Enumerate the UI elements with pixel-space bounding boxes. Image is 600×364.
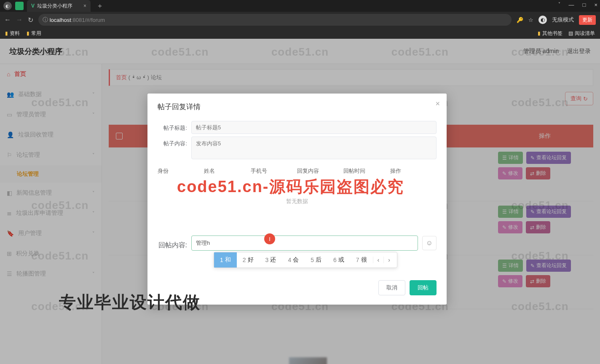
reply-input[interactable] bbox=[196, 240, 413, 246]
submit-button[interactable]: 回帖 bbox=[410, 280, 437, 295]
col-name: 姓名 bbox=[204, 167, 250, 175]
cancel-button[interactable]: 取消 bbox=[378, 280, 405, 295]
minimize-button[interactable]: — bbox=[569, 2, 574, 8]
ime-candidate[interactable]: 1和 bbox=[214, 252, 237, 268]
col-phone: 手机号 bbox=[251, 167, 297, 175]
ime-candidate[interactable]: 2好 bbox=[237, 252, 260, 268]
bookmark-folder-2[interactable]: ▮常用 bbox=[27, 30, 41, 37]
post-content-label: 帖子内容: bbox=[158, 136, 187, 147]
bookmark-star-icon[interactable]: ☆ bbox=[528, 17, 533, 23]
window-controls: ˅ — □ × bbox=[558, 2, 597, 8]
tabs-dropdown-icon[interactable]: ˅ bbox=[558, 2, 560, 8]
ime-candidate[interactable]: 3还 bbox=[260, 252, 282, 268]
app-tab-icon bbox=[15, 2, 24, 10]
col-time: 回帖时间 bbox=[343, 167, 390, 175]
app-page: 垃圾分类小程序 管理员 admin 退出登录 ⌂首页 👥基础数据˅ ▭管理员管理… bbox=[0, 39, 600, 364]
reply-detail-modal: 帖子回复详情 × 帖子标题: 帖子内容: 身份 姓名 手机号 回复内容 回帖时间… bbox=[147, 94, 447, 305]
toolbar-right: 🔑 ☆ ◐ 无痕模式 更新 bbox=[517, 15, 596, 25]
bookmark-folder-1[interactable]: ▮资料 bbox=[5, 30, 20, 37]
url-path: /#/forum bbox=[85, 17, 105, 23]
vue-favicon-icon: V bbox=[31, 3, 35, 9]
ime-candidate[interactable]: 4会 bbox=[282, 252, 305, 268]
tab-bar: ◐ V 垃圾分类小程序 × ＋ ˅ — □ × bbox=[0, 0, 600, 12]
folder-icon: ▮ bbox=[538, 30, 541, 36]
reply-table-header: 身份 姓名 手机号 回复内容 回帖时间 操作 bbox=[158, 165, 437, 177]
browser-logo-icon: ◐ bbox=[3, 2, 12, 10]
post-title-label: 帖子标题: bbox=[158, 121, 187, 132]
ime-candidate[interactable]: 7很 bbox=[350, 252, 373, 268]
reading-list[interactable]: ▤阅读清单 bbox=[568, 30, 595, 37]
ime-cursor-icon: I bbox=[264, 233, 275, 244]
close-window-button[interactable]: × bbox=[594, 2, 597, 8]
site-info-icon[interactable]: ⓘ bbox=[43, 16, 48, 24]
url-port: :8081 bbox=[71, 17, 85, 23]
reply-content-label: 回帖内容: bbox=[158, 237, 187, 250]
emoji-button[interactable]: ☺ bbox=[422, 236, 437, 250]
col-identity: 身份 bbox=[158, 167, 204, 175]
url-host: localhost bbox=[50, 17, 71, 23]
maximize-button[interactable]: □ bbox=[583, 2, 586, 8]
forward-button[interactable]: → bbox=[16, 16, 23, 24]
post-title-input[interactable] bbox=[191, 121, 437, 134]
incognito-label: 无痕模式 bbox=[552, 16, 574, 24]
empty-placeholder: 暂无数据 bbox=[158, 177, 437, 225]
ime-next-button[interactable]: › bbox=[383, 257, 394, 263]
modal-title: 帖子回复详情 bbox=[158, 102, 437, 112]
reload-button[interactable]: ↻ bbox=[28, 16, 33, 24]
ime-candidate[interactable]: 5后 bbox=[305, 252, 327, 268]
readinglist-icon: ▤ bbox=[568, 30, 573, 36]
col-reply: 回复内容 bbox=[297, 167, 343, 175]
new-tab-button[interactable]: ＋ bbox=[96, 2, 103, 11]
modal-close-button[interactable]: × bbox=[435, 99, 440, 108]
modal-footer: 取消 回帖 bbox=[158, 280, 437, 295]
incognito-icon: ◐ bbox=[538, 16, 547, 24]
back-button[interactable]: ← bbox=[4, 16, 11, 24]
ime-prev-button[interactable]: ‹ bbox=[373, 257, 384, 263]
col-ops: 操作 bbox=[390, 167, 437, 175]
post-content-input[interactable] bbox=[191, 136, 437, 159]
url-input[interactable]: ⓘ localhost :8081 /#/forum bbox=[38, 14, 512, 26]
ime-candidate[interactable]: 6或 bbox=[327, 252, 350, 268]
tab-title: 垃圾分类小程序 bbox=[37, 3, 72, 10]
folder-icon: ▮ bbox=[27, 30, 29, 36]
reply-input-wrapper: I 1和 2好 3还 4会 5后 6或 7很 ‹ › bbox=[191, 236, 418, 251]
key-icon[interactable]: 🔑 bbox=[517, 17, 523, 23]
close-tab-icon[interactable]: × bbox=[83, 3, 86, 9]
address-bar: ← → ↻ ⓘ localhost :8081 /#/forum 🔑 ☆ ◐ 无… bbox=[0, 12, 600, 28]
browser-chrome: ◐ V 垃圾分类小程序 × ＋ ˅ — □ × ← → ↻ ⓘ localhos… bbox=[0, 0, 600, 39]
ime-candidate-bar: 1和 2好 3还 4会 5后 6或 7很 ‹ › bbox=[214, 252, 397, 268]
bookmarks-bar: ▮资料 ▮常用 ▮其他书签 ▤阅读清单 bbox=[0, 28, 600, 39]
browser-tab[interactable]: V 垃圾分类小程序 × bbox=[27, 0, 91, 12]
folder-icon: ▮ bbox=[5, 30, 8, 36]
other-bookmarks[interactable]: ▮其他书签 bbox=[538, 30, 562, 37]
update-button[interactable]: 更新 bbox=[579, 15, 596, 25]
